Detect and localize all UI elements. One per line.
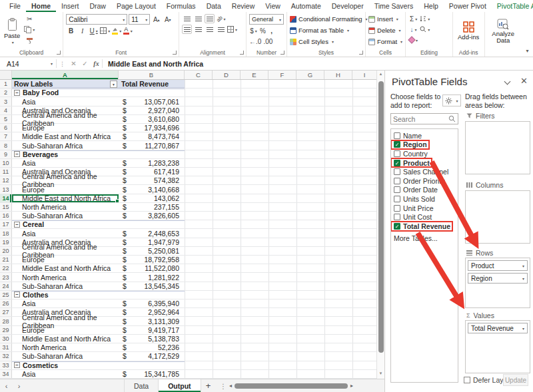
field-checkbox[interactable] <box>394 205 400 212</box>
pivot-rowlabel-cell[interactable]: Central America and the Caribbean <box>12 247 119 255</box>
row-header-14[interactable]: 14 <box>0 194 12 202</box>
more-tables-link[interactable]: More Tables... <box>394 234 458 242</box>
field-checkbox[interactable] <box>394 150 400 157</box>
insert-cells-button[interactable]: Insert▾ <box>368 14 402 24</box>
pivot-group-value-cell[interactable] <box>119 291 185 299</box>
pivot-value-cell[interactable]: $2,952,964 <box>119 308 185 316</box>
row-header-8[interactable]: 8 <box>0 141 12 149</box>
field-item-unit-cost[interactable]: Unit Cost <box>391 212 434 222</box>
pivot-value-cell[interactable]: $143,062 <box>119 194 185 202</box>
select-all-corner[interactable] <box>0 71 12 79</box>
pivot-rowlabel-cell[interactable]: Asia <box>12 299 119 307</box>
chip-dropdown-arrow[interactable]: ▾ <box>522 264 524 268</box>
pivot-value-cell[interactable]: $237,155 <box>119 203 185 211</box>
pivot-value-cell[interactable]: $13,057,061 <box>119 97 185 105</box>
field-item-name[interactable]: Name <box>391 131 424 140</box>
search-input[interactable] <box>393 115 448 123</box>
row-header-18[interactable]: 18 <box>0 229 12 237</box>
scroll-down-arrow[interactable]: ▼ <box>379 371 383 377</box>
column-header-H[interactable]: H <box>324 71 352 79</box>
pivot-group-cell[interactable]: −Cosmetics <box>12 361 119 369</box>
pivot-value-cell[interactable]: $3,131,309 <box>119 317 185 325</box>
bold-button[interactable]: B <box>66 26 76 35</box>
pivot-value-cell[interactable]: $1,283,238 <box>119 159 185 167</box>
pivot-value-cell[interactable]: $11,522,080 <box>119 264 185 272</box>
pivot-header-rowlabels-cell[interactable]: Row Labels▼ <box>12 80 119 88</box>
pivot-value-cell[interactable]: $52,236 <box>119 343 185 351</box>
field-checkbox[interactable] <box>394 186 400 193</box>
pivot-value-cell[interactable]: $617,419 <box>119 168 185 176</box>
pane-close-icon[interactable]: ✕ <box>520 76 528 86</box>
field-item-total-revenue[interactable]: ✓Total Revenue <box>391 222 452 231</box>
pivot-value-cell[interactable]: $1,281,922 <box>119 273 185 281</box>
pivot-value-cell[interactable]: $3,610,680 <box>119 115 185 123</box>
font-dialog-launcher[interactable] <box>173 51 177 55</box>
fill-button[interactable]: ↓▾ <box>408 25 418 34</box>
ribbon-tab-automate[interactable]: Automate <box>286 0 326 12</box>
ribbon-tab-page-layout[interactable]: Page Layout <box>111 0 161 12</box>
pivot-rowlabel-cell[interactable]: Middle East and North Africa <box>12 335 119 343</box>
pivot-rowlabel-cell[interactable]: Asia <box>12 229 119 237</box>
pivot-value-cell[interactable]: $13,545,345 <box>119 282 185 290</box>
collapse-group-button[interactable]: − <box>14 292 20 297</box>
row-header-17[interactable]: 17 <box>0 220 12 228</box>
rows-area-box[interactable]: Product▾Region▾ <box>465 258 530 308</box>
italic-button[interactable]: I <box>77 26 87 35</box>
field-checkbox[interactable]: ✓ <box>394 223 400 230</box>
merge-center-button[interactable]: ▾ <box>227 25 237 34</box>
pivot-rowlabel-cell[interactable]: Europe <box>12 256 119 264</box>
row-header-11[interactable]: 11 <box>0 168 12 176</box>
sort-filter-button[interactable]: ▾ <box>420 14 430 23</box>
tools-button[interactable]: ▾ <box>442 95 461 106</box>
pivot-group-value-cell[interactable] <box>119 220 185 228</box>
pivot-value-cell[interactable]: $2,927,040 <box>119 106 185 114</box>
field-item-order-date[interactable]: Order Date <box>391 186 440 195</box>
field-checkbox[interactable] <box>394 168 400 175</box>
pivot-value-cell[interactable]: $3,140,668 <box>119 185 185 193</box>
delete-cells-button[interactable]: Delete▾ <box>368 25 402 35</box>
row-header-19[interactable]: 19 <box>0 238 12 246</box>
pivot-value-cell[interactable]: $6,395,940 <box>119 299 185 307</box>
comma-style-button[interactable]: , <box>268 26 275 35</box>
pivot-value-cell[interactable]: $4,172,529 <box>119 352 185 360</box>
font-color-button[interactable]: A▾ <box>123 26 133 35</box>
align-bottom-button[interactable] <box>205 14 215 23</box>
confirm-entry-button[interactable]: ✓ <box>79 57 91 70</box>
pivot-group-cell[interactable]: −Clothes <box>12 291 119 299</box>
pivot-value-cell[interactable]: $5,250,081 <box>119 247 185 255</box>
column-header-F[interactable]: F <box>268 71 296 79</box>
ribbon-tab-view[interactable]: View <box>260 0 286 12</box>
rows-field-chip-product[interactable]: Product▾ <box>468 260 528 271</box>
formula-bar-splitter[interactable]: ⋮ <box>57 57 68 70</box>
pivot-rowlabel-cell[interactable]: North America <box>12 343 119 351</box>
column-header-B[interactable]: B <box>119 71 185 79</box>
row-header-12[interactable]: 12 <box>0 176 12 184</box>
pivot-rowlabel-cell[interactable]: Asia <box>12 97 119 105</box>
ribbon-tab-file[interactable]: File <box>4 0 26 12</box>
row-header-31[interactable]: 31 <box>0 343 12 351</box>
chip-dropdown-arrow[interactable]: ▾ <box>522 326 524 331</box>
field-item-product[interactable]: ✓Product <box>391 158 432 168</box>
field-checkbox[interactable]: ✓ <box>394 141 400 148</box>
orientation-button[interactable]: ab▾ <box>216 14 226 23</box>
row-header-30[interactable]: 30 <box>0 335 12 343</box>
pivot-group-cell[interactable]: −Cereal <box>12 220 119 228</box>
pivot-rowlabel-cell[interactable]: Europe <box>12 124 119 132</box>
percent-style-button[interactable]: % <box>259 26 266 35</box>
row-header-2[interactable]: 2 <box>0 89 12 97</box>
fields-search-box[interactable] <box>390 113 458 124</box>
addins-button[interactable]: Add-ins <box>456 14 480 48</box>
column-header-E[interactable]: E <box>241 71 268 79</box>
cell-styles-button[interactable]: Cell Styles▾ <box>290 37 368 47</box>
pivot-value-cell[interactable]: $9,419,717 <box>119 326 185 334</box>
decrease-font-button[interactable]: A▾ <box>163 15 173 24</box>
row-header-16[interactable]: 16 <box>0 212 12 220</box>
analyze-data-button[interactable]: Analyze Data <box>488 14 518 48</box>
field-item-units-sold[interactable]: Units Sold <box>391 194 437 204</box>
ribbon-tab-draw[interactable]: Draw <box>84 0 111 12</box>
copy-button[interactable]: ▾ <box>24 25 35 34</box>
pivot-group-cell[interactable]: −Baby Food <box>12 89 119 97</box>
pivot-value-cell[interactable]: $11,270,867 <box>119 141 185 149</box>
pivot-rowlabel-cell[interactable]: Central America and the Caribbean <box>12 115 119 123</box>
align-top-button[interactable] <box>182 14 192 23</box>
